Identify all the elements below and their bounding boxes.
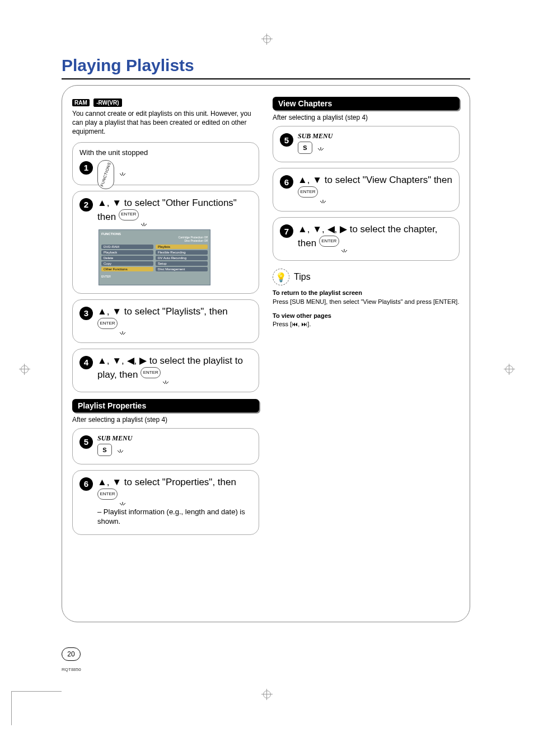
media-badges: RAM -RW(VR): [72, 97, 259, 107]
enter-button-icon: ENTER: [319, 236, 344, 252]
step-number-4: 4: [79, 356, 93, 369]
svg-line-21: [320, 201, 322, 203]
svg-line-6: [120, 332, 122, 335]
svg-line-9: [163, 382, 165, 384]
view-chapters-header: View Chapters: [273, 97, 460, 110]
svg-line-11: [166, 382, 168, 384]
enter-button-icon: ENTER: [97, 489, 122, 505]
page-number: 20: [62, 647, 81, 661]
step-number-7: 7: [280, 224, 293, 238]
svg-line-14: [121, 450, 123, 453]
manual-page: Playing Playlists RAM -RW(VR) You cannot…: [62, 56, 470, 622]
svg-line-26: [345, 250, 347, 252]
enter-button-icon: ENTER: [97, 318, 122, 335]
svg-line-20: [321, 148, 324, 151]
step-number-3: 3: [79, 307, 93, 320]
step-2-text: ▲, ▼ to select "Other Functions" then EN…: [97, 197, 252, 226]
right-column: View Chapters After selecting a playlist…: [273, 97, 460, 541]
step-4-text: ▲, ▼, ◀, ▶ to select the playlist to pla…: [97, 355, 252, 384]
playlist-properties-header: Playlist Properties: [72, 399, 259, 412]
step-1: With the unit stopped 1 FUNCTIONS: [72, 142, 259, 185]
step-4: 4 ▲, ▼, ◀, ▶ to select the playlist to p…: [72, 349, 259, 392]
step-3-text: ▲, ▼ to select "Playlists", then ENTER: [97, 306, 252, 335]
page-title: Playing Playlists: [62, 56, 470, 79]
document-code: RQT8850: [62, 667, 81, 672]
svg-line-5: [144, 224, 147, 226]
vc-step-7: 7 ▲, ▼, ◀, ▶ to select the chapter, then…: [273, 217, 460, 261]
svg-line-24: [341, 250, 344, 252]
pp-step-6-text: ▲, ▼ to select "Properties", then ENTER …: [97, 476, 252, 527]
vc-step-7-text: ▲, ▼, ◀, ▶ to select the chapter, then E…: [298, 223, 452, 252]
enter-button-icon: ENTER: [119, 209, 143, 226]
step-2: 2 ▲, ▼ to select "Other Functions" then …: [72, 191, 259, 294]
intro-text: You cannot create or edit playlists on t…: [72, 109, 259, 137]
svg-line-3: [141, 224, 143, 226]
svg-line-8: [123, 332, 125, 335]
tips-block-1: To return to the playlist screen Press […: [273, 289, 460, 306]
svg-line-12: [118, 450, 120, 453]
svg-line-2: [123, 173, 125, 176]
badge-ram: RAM: [72, 99, 90, 106]
tips-block-2: To view other pages Press [⏮, ⏭].: [273, 312, 460, 329]
enter-button-icon: ENTER: [140, 367, 165, 384]
submenu-button: SUB MENU S: [97, 434, 132, 456]
osd-screenshot: FUNCTIONS Cartridge Protection OffDisc P…: [99, 229, 210, 285]
pp-step-5: 5 SUB MENU S: [72, 428, 259, 464]
svg-line-23: [324, 201, 326, 203]
pp-step-6-note: – Playlist information (e.g., length and…: [97, 508, 252, 527]
playlist-properties-after: After selecting a playlist (step 4): [72, 416, 259, 424]
vc-step-6: 6 ▲, ▼ to select "View Chapters" then EN…: [273, 168, 460, 212]
svg-line-18: [318, 148, 320, 151]
submenu-button: SUB MENU S: [298, 132, 332, 154]
step-number-1: 1: [79, 161, 93, 175]
step-number-6: 6: [79, 477, 93, 491]
pp-step-6: 6 ▲, ▼ to select "Properties", then ENTE…: [72, 470, 259, 535]
view-chapters-after: After selecting a playlist (step 4): [273, 114, 460, 121]
step-number-6: 6: [280, 175, 293, 189]
step-number-5: 5: [280, 133, 293, 147]
lightbulb-icon: 💡: [273, 269, 289, 285]
svg-line-15: [120, 503, 122, 505]
enter-button-icon: ENTER: [298, 186, 322, 203]
badge-rw: -RW(VR): [93, 98, 121, 107]
tips-heading: 💡 Tips: [273, 269, 460, 285]
step-number-5: 5: [79, 435, 93, 449]
step-number-2: 2: [79, 198, 93, 212]
svg-line-0: [120, 173, 122, 176]
left-column: RAM -RW(VR) You cannot create or edit pl…: [72, 97, 259, 541]
step-3: 3 ▲, ▼ to select "Playlists", then ENTER: [72, 299, 259, 343]
content-frame: RAM -RW(VR) You cannot create or edit pl…: [62, 85, 470, 622]
svg-line-17: [123, 503, 125, 505]
functions-button-icon: FUNCTIONS: [97, 160, 122, 177]
vc-step-6-text: ▲, ▼ to select "View Chapters" then ENTE…: [298, 174, 452, 203]
step-1-pretext: With the unit stopped: [79, 148, 252, 157]
vc-step-5: 5 SUB MENU S: [273, 126, 460, 162]
